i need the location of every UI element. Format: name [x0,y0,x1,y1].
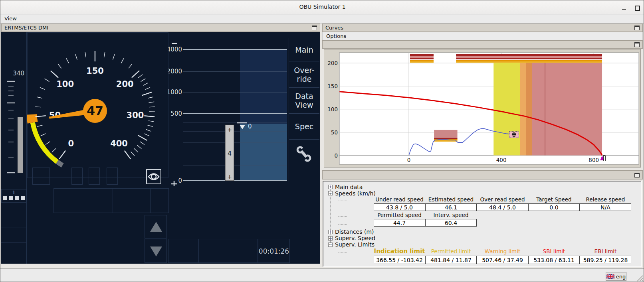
svg-text:0: 0 [68,139,74,148]
value-cell: 44.7 [374,219,425,227]
svg-text:0: 0 [178,177,182,184]
tree-item-speeds[interactable]: Speeds (km/h) [335,190,376,197]
clock-cell: 00:01:26 [258,239,290,263]
tree-connector [338,252,347,252]
limit-header: SBI limit [528,248,580,255]
data-view-button[interactable]: Data View [291,88,317,113]
resize-grip[interactable] [636,275,643,282]
divider [26,32,27,264]
col-header: Release speed [580,196,631,203]
value-cell: 481.84 / 11.87 [425,256,477,264]
level-block-icon [21,196,25,200]
level-block-icon [3,196,7,200]
svg-text:50: 50 [331,129,338,136]
svg-text:100: 100 [56,79,74,89]
svg-text:200: 200 [116,79,134,89]
value-cell: 46.1 [425,203,477,211]
maximize-button[interactable] [632,4,642,12]
dmi-cell [54,188,84,213]
level-block-icon [15,196,19,200]
tree-item-main-data[interactable]: Main data [335,184,363,190]
chart-canvas: 0400800050100150200 [324,49,640,167]
wrench-icon [295,145,313,163]
svg-text:2000: 2000 [168,68,182,75]
train-position-marker [509,131,519,138]
arrow-down-icon [150,247,162,256]
divider [1,227,26,227]
divider [1,178,168,178]
svg-text:0: 0 [334,152,338,159]
language-label: eng [616,274,626,280]
settings-button[interactable] [295,145,313,163]
spec-button[interactable]: Spec [289,114,319,139]
eye-icon [147,170,161,183]
tree-connector [338,248,338,261]
tree-connector [338,224,347,225]
svg-text:4: 4 [228,150,232,157]
divider [1,242,26,243]
col-header: Target Speed [528,196,580,203]
svg-text:300: 300 [127,110,144,120]
level-symbol-button[interactable] [146,169,161,184]
language-button[interactable]: eng [606,272,626,281]
planning-area: 40002000100050000+4+ [168,37,289,186]
level-block-icon [9,196,13,200]
svg-text:150: 150 [327,83,338,89]
speedometer: 05010015020030040047 [27,32,168,178]
dmi-cell [89,168,100,185]
menu-view[interactable]: View [0,14,21,23]
float-panel-icon[interactable] [312,26,317,30]
level-value: 1 [2,190,26,195]
dmi-cell [132,188,151,213]
dmi-dock-titlebar: ERTMS/ETCS DMI [1,24,320,32]
tree-item-superv-speed[interactable]: Superv. Speed [335,235,375,241]
svg-text:+: + [227,126,232,133]
minimize-button[interactable] [619,4,629,12]
minimize-icon [622,9,626,10]
curves-menubar: Options [322,32,643,40]
speed-distance-chart: 0400800050100150200 [324,49,641,168]
dmi-cell [150,188,169,213]
svg-text:200: 200 [327,60,338,66]
svg-text:+: + [227,174,232,180]
tree-item-superv-limits[interactable]: Superv. Limits [335,241,375,248]
main-button[interactable]: Main [289,38,319,61]
dmi-cell [32,168,50,185]
chart-dock-titlebar [322,40,643,49]
svg-text:0: 0 [248,123,252,130]
divider [289,139,319,140]
tree-item-distances[interactable]: Distances (m) [335,229,374,235]
col-header: Over read speed [477,196,528,203]
clock: 00:01:26 [258,247,289,255]
divider [1,212,26,212]
value-cell: 507.46 / 37.49 [477,256,528,264]
svg-text:800: 800 [589,157,599,163]
curves-panel-title: Curves [325,25,343,31]
value-cell: 43.8 / 5.0 [374,203,425,211]
col-header: Under read speed [374,196,425,203]
value-cell: 533.08 / 63.11 [528,256,580,264]
svg-text:400: 400 [496,157,507,163]
scroll-down-button[interactable] [145,239,167,263]
tree-connector [338,201,347,201]
value-cell: 589.25 / 119.28 [580,256,631,264]
dmi-cell [107,168,118,185]
value-cell: 0.0 [528,203,580,211]
svg-text:150: 150 [86,66,104,76]
float-panel-icon[interactable] [634,173,640,177]
float-panel-icon[interactable] [634,26,640,30]
svg-text:1000: 1000 [168,89,182,96]
curves-dock-titlebar: Curves [322,24,643,32]
statusbar [0,268,644,282]
window-title: OBU Simulator 1 [0,4,644,10]
maximize-icon [635,6,640,11]
menu-options[interactable]: Options [326,33,346,39]
scroll-up-button[interactable] [145,215,167,239]
col-header: Permitted speed [374,212,425,219]
override-button[interactable]: Over-ride [291,61,317,87]
svg-text:400: 400 [110,139,128,148]
expander-main-data[interactable] [328,185,333,189]
float-panel-icon[interactable] [634,42,640,47]
gauge-top-label: 340 [6,70,24,77]
svg-text:500: 500 [170,110,182,117]
